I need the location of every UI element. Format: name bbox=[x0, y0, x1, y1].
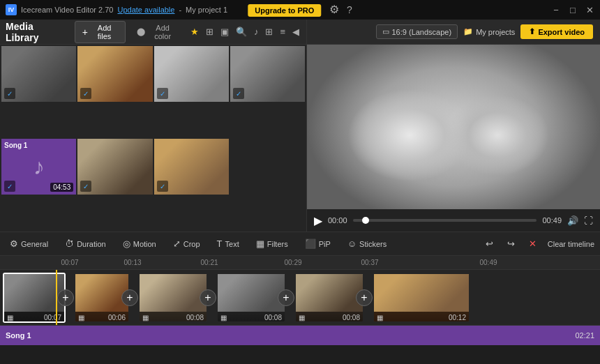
add-clip-button[interactable]: + bbox=[57, 289, 74, 306]
volume-icon[interactable]: 🔊 bbox=[567, 215, 578, 226]
search-icon[interactable]: 🔍 bbox=[234, 25, 248, 38]
ruler-mark: 00:29 bbox=[284, 259, 301, 266]
playhead bbox=[56, 270, 57, 325]
redo-button[interactable]: ↪ bbox=[504, 237, 518, 250]
list-item[interactable]: ✓ bbox=[77, 46, 152, 102]
audio-track-label: Song 1 bbox=[6, 331, 31, 340]
music-icon[interactable]: ♪ bbox=[253, 25, 260, 38]
grid-large-icon[interactable]: ⊞ bbox=[204, 25, 215, 38]
undo-button[interactable]: ↩ bbox=[483, 237, 496, 250]
my-projects-button[interactable]: 📁 My projects bbox=[463, 27, 515, 36]
grid-icon[interactable]: ⊞ bbox=[264, 25, 274, 38]
check-icon: ✓ bbox=[4, 88, 15, 99]
clip-info: ▦ 00:08 bbox=[140, 312, 207, 323]
clip-type-icon: ▦ bbox=[7, 314, 13, 321]
timeline-ruler: 00:07 00:13 00:21 00:29 00:37 00:49 bbox=[0, 256, 600, 270]
check-icon: ✓ bbox=[80, 88, 91, 99]
maximize-button[interactable]: □ bbox=[568, 5, 578, 15]
app-name: Icecream Video Editor 2.70 bbox=[21, 6, 113, 14]
tool-stickers[interactable]: ☺ Stickers bbox=[343, 236, 391, 251]
clip-info: ▦ 00:12 bbox=[374, 312, 469, 323]
title-bar-left: IV Icecream Video Editor 2.70 Update ava… bbox=[6, 4, 227, 15]
app-icon: IV bbox=[6, 4, 17, 15]
title-bar-center: Upgrade to PRO ⚙ ? bbox=[248, 3, 352, 17]
table-row[interactable]: ▦ 00:08 bbox=[216, 273, 286, 323]
tool-filters[interactable]: ▦ Filters bbox=[252, 236, 292, 251]
list-item[interactable]: ✓ bbox=[1, 46, 76, 102]
collapse-icon[interactable]: ◀ bbox=[291, 25, 301, 38]
preview-video bbox=[307, 45, 600, 209]
clip-type-icon: ▦ bbox=[78, 314, 84, 321]
clip-wrapper: ▦ 00:06 + bbox=[74, 273, 130, 323]
music-note-icon: ♪ bbox=[33, 154, 45, 180]
table-row[interactable]: ▦ 00:12 bbox=[373, 273, 470, 323]
list-item[interactable]: ✓ bbox=[154, 139, 229, 195]
clear-timeline-button[interactable]: Clear timeline bbox=[548, 240, 594, 248]
clock-icon: ⏱ bbox=[65, 238, 74, 249]
help-icon[interactable]: ? bbox=[347, 4, 352, 15]
aspect-icon: ▭ bbox=[382, 27, 389, 36]
text-icon: T bbox=[217, 238, 223, 249]
clip-duration: 00:12 bbox=[449, 314, 466, 321]
table-row[interactable]: ▦ 00:08 bbox=[138, 273, 208, 323]
list-item[interactable]: Song 1 ♪ ✓ 04:53 bbox=[1, 139, 76, 195]
preview-panel: ▭ 16:9 (Landscape) 📁 My projects ⬆ Expor… bbox=[307, 20, 600, 232]
tool-pip[interactable]: ⬛ PiP bbox=[301, 236, 335, 251]
progress-bar[interactable] bbox=[353, 219, 537, 222]
export-video-button[interactable]: ⬆ Export video bbox=[520, 24, 593, 39]
minimize-button[interactable]: − bbox=[551, 5, 561, 15]
table-row[interactable]: ▦ 00:08 bbox=[294, 273, 364, 323]
clip-duration: 00:08 bbox=[264, 314, 282, 321]
add-files-button[interactable]: Add files bbox=[75, 21, 126, 43]
add-clip-button[interactable]: + bbox=[200, 289, 216, 306]
list-icon[interactable]: ≡ bbox=[278, 25, 287, 38]
tool-text[interactable]: T Text bbox=[213, 236, 243, 251]
update-link[interactable]: Update available bbox=[117, 6, 174, 14]
filters-icon: ▦ bbox=[256, 238, 264, 249]
add-clip-button[interactable]: + bbox=[278, 289, 294, 306]
clip-info: ▦ 00:08 bbox=[296, 312, 363, 323]
clip-duration: 00:06 bbox=[108, 314, 126, 321]
list-item[interactable]: ✓ bbox=[77, 139, 152, 195]
palette-icon: ⬤ bbox=[137, 27, 145, 36]
clip-info: ▦ 00:08 bbox=[218, 312, 285, 323]
settings-icon: ⚙ bbox=[10, 238, 18, 249]
add-clip-button[interactable]: + bbox=[121, 289, 138, 306]
tool-crop[interactable]: ⤢ Crop bbox=[169, 236, 204, 251]
tool-motion[interactable]: ◎ Motion bbox=[119, 236, 160, 251]
clip-thumbnail: ▦ 00:06 bbox=[75, 274, 128, 321]
star-icon[interactable]: ★ bbox=[189, 25, 200, 38]
upgrade-button[interactable]: Upgrade to PRO bbox=[248, 4, 321, 17]
separator: - bbox=[179, 6, 181, 14]
clip-thumbnail: ▦ 00:08 bbox=[296, 274, 363, 321]
timeline-tracks: ▦ 00:07 + ▦ 00:06 bbox=[0, 270, 600, 364]
play-button[interactable]: ▶ bbox=[314, 214, 322, 227]
aspect-ratio-button[interactable]: ▭ 16:9 (Landscape) bbox=[376, 24, 458, 39]
clip-wrapper: ▦ 00:08 + bbox=[294, 273, 364, 323]
add-color-button[interactable]: ⬤ Add color bbox=[131, 22, 183, 43]
add-clip-button[interactable]: + bbox=[356, 289, 373, 306]
clip-type-icon: ▦ bbox=[220, 314, 227, 321]
pip-icon: ⬛ bbox=[305, 238, 316, 249]
list-item[interactable]: ✓ bbox=[230, 46, 305, 102]
check-icon: ✓ bbox=[80, 181, 91, 192]
audio-track-duration: 02:21 bbox=[575, 331, 594, 340]
settings-icon[interactable]: ⚙ bbox=[329, 3, 339, 15]
clip-type-icon: ▦ bbox=[299, 314, 305, 321]
tool-general[interactable]: ⚙ General bbox=[6, 236, 52, 251]
title-bar: IV Icecream Video Editor 2.70 Update ava… bbox=[0, 0, 600, 20]
remove-icon[interactable]: ✕ bbox=[526, 237, 539, 250]
clip-wrapper: ▦ 00:08 + bbox=[138, 273, 208, 323]
progress-handle[interactable] bbox=[362, 217, 369, 224]
image-icon[interactable]: ▣ bbox=[219, 25, 230, 38]
close-button[interactable]: ✕ bbox=[585, 5, 594, 15]
thumbnail-grid: ✓ ✓ ✓ ✓ Song 1 ♪ ✓ 04:53 bbox=[0, 45, 306, 232]
tool-duration[interactable]: ⏱ Duration bbox=[61, 236, 110, 251]
clip-wrapper: ▦ 00:08 + bbox=[216, 273, 286, 323]
ruler-mark: 00:37 bbox=[361, 259, 378, 266]
check-icon: ✓ bbox=[157, 181, 168, 192]
list-item[interactable]: ✓ bbox=[154, 46, 229, 102]
media-toolbar: ★ ⊞ ▣ 🔍 ♪ ⊞ ≡ ◀ bbox=[189, 25, 301, 38]
fullscreen-icon[interactable]: ⛶ bbox=[584, 215, 593, 226]
clip-type-icon: ▦ bbox=[377, 314, 383, 321]
